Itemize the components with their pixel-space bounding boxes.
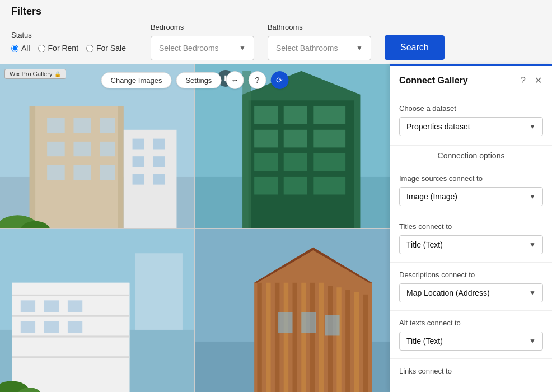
links-label: Links connect to bbox=[390, 359, 552, 380]
svg-rect-52 bbox=[68, 321, 82, 333]
svg-rect-43 bbox=[12, 294, 129, 296]
settings-button[interactable]: Settings bbox=[176, 72, 221, 88]
svg-rect-17 bbox=[153, 139, 165, 150]
bathrooms-label: Bathrooms bbox=[268, 23, 371, 31]
alt-texts-dropdown[interactable]: Title (Text) ▼ bbox=[399, 332, 543, 351]
svg-rect-26 bbox=[254, 106, 278, 124]
svg-rect-35 bbox=[254, 177, 278, 195]
status-rent-radio[interactable] bbox=[38, 45, 45, 52]
svg-rect-48 bbox=[44, 300, 59, 312]
svg-rect-12 bbox=[100, 165, 115, 180]
svg-rect-18 bbox=[133, 156, 144, 167]
bedrooms-chevron-icon: ▼ bbox=[239, 44, 246, 52]
alt-texts-chevron-icon: ▼ bbox=[529, 337, 536, 345]
descriptions-dropdown[interactable]: Map Location (Address) ▼ bbox=[399, 283, 543, 302]
svg-rect-8 bbox=[73, 142, 91, 156]
svg-rect-55 bbox=[135, 253, 183, 330]
svg-rect-66 bbox=[319, 282, 324, 392]
status-rent-option[interactable]: For Rent bbox=[38, 44, 78, 53]
svg-rect-33 bbox=[284, 153, 307, 171]
dataset-section: Choose a dataset Properties dataset ▼ bbox=[390, 95, 552, 146]
help-panel-icon[interactable]: ? bbox=[520, 74, 527, 87]
svg-rect-32 bbox=[254, 153, 278, 171]
svg-rect-61 bbox=[275, 282, 279, 392]
titles-row: Titles connect to Title (Text) ▼ bbox=[390, 214, 552, 263]
svg-rect-63 bbox=[293, 282, 297, 392]
svg-rect-59 bbox=[257, 282, 261, 392]
connection-options-button[interactable]: Connection options bbox=[390, 146, 552, 166]
svg-rect-69 bbox=[345, 290, 350, 392]
gallery-grid bbox=[0, 64, 390, 392]
titles-chevron-icon: ▼ bbox=[529, 241, 536, 249]
svg-rect-4 bbox=[47, 118, 65, 133]
image-sources-value: Image (Image) bbox=[406, 192, 457, 201]
svg-rect-7 bbox=[47, 142, 65, 156]
status-sale-option[interactable]: For Sale bbox=[86, 44, 126, 53]
status-sale-radio[interactable] bbox=[86, 45, 93, 52]
svg-rect-29 bbox=[254, 130, 278, 148]
status-all-option[interactable]: All bbox=[11, 44, 30, 53]
svg-rect-74 bbox=[325, 315, 339, 335]
alt-texts-row: Alt texts connect to Title (Text) ▼ bbox=[390, 311, 552, 359]
image-sources-row: Image sources connect to Image (Image) ▼ bbox=[390, 166, 552, 214]
image-sources-chevron-icon: ▼ bbox=[529, 193, 536, 200]
bathrooms-chevron-icon: ▼ bbox=[356, 44, 363, 52]
descriptions-row: Descriptions connect to Map Location (Ad… bbox=[390, 263, 552, 311]
svg-rect-15 bbox=[124, 130, 177, 228]
connect-panel: Connect Gallery ? ✕ Choose a dataset Pro… bbox=[390, 64, 552, 392]
panel-header: Connect Gallery ? ✕ bbox=[390, 66, 552, 95]
svg-rect-36 bbox=[284, 177, 307, 195]
titles-label: Titles connect to bbox=[399, 222, 543, 231]
svg-rect-70 bbox=[354, 292, 359, 392]
bathrooms-dropdown[interactable]: Select Bathrooms ▼ bbox=[268, 36, 371, 60]
alt-texts-value: Title (Text) bbox=[406, 337, 443, 346]
descriptions-chevron-icon: ▼ bbox=[529, 289, 536, 297]
dataset-dropdown[interactable]: Properties dataset ▼ bbox=[399, 117, 543, 136]
bedrooms-dropdown[interactable]: Select Bedrooms ▼ bbox=[151, 36, 254, 60]
gallery-label-text: Wix Pro Gallery bbox=[10, 71, 52, 77]
search-button[interactable]: Search bbox=[385, 35, 445, 60]
svg-rect-16 bbox=[133, 139, 144, 150]
dataset-value: Properties dataset bbox=[406, 122, 470, 131]
panel-header-icons: ? ✕ bbox=[520, 74, 543, 87]
svg-rect-72 bbox=[278, 312, 292, 333]
svg-rect-38 bbox=[242, 71, 251, 228]
bedrooms-placeholder: Select Bedrooms bbox=[159, 44, 219, 53]
panel-title: Connect Gallery bbox=[399, 76, 468, 86]
svg-rect-67 bbox=[328, 286, 333, 392]
close-panel-button[interactable]: ✕ bbox=[534, 74, 543, 87]
bedrooms-filter-group: Bedrooms Select Bedrooms ▼ bbox=[151, 23, 254, 60]
svg-rect-21 bbox=[153, 174, 165, 185]
svg-rect-9 bbox=[100, 142, 115, 156]
resize-icon[interactable]: ↔ bbox=[226, 71, 244, 89]
help-icon[interactable]: ? bbox=[248, 71, 266, 89]
svg-rect-27 bbox=[284, 106, 307, 124]
change-images-button[interactable]: Change Images bbox=[101, 72, 172, 88]
dataset-chevron-icon: ▼ bbox=[529, 123, 536, 130]
svg-rect-42 bbox=[12, 282, 129, 392]
svg-rect-44 bbox=[12, 315, 129, 316]
svg-rect-65 bbox=[310, 282, 315, 392]
svg-rect-50 bbox=[21, 321, 35, 333]
svg-rect-60 bbox=[266, 282, 270, 392]
svg-rect-46 bbox=[12, 356, 129, 358]
svg-rect-68 bbox=[336, 287, 341, 392]
connect-icon[interactable]: ⟳ bbox=[270, 71, 288, 89]
titles-dropdown[interactable]: Title (Text) ▼ bbox=[399, 235, 543, 254]
descriptions-label: Descriptions connect to bbox=[399, 270, 543, 279]
status-all-radio[interactable] bbox=[11, 45, 18, 52]
svg-rect-62 bbox=[284, 282, 288, 392]
svg-rect-73 bbox=[301, 312, 316, 333]
svg-rect-11 bbox=[73, 165, 91, 180]
image-sources-dropdown[interactable]: Image (Image) ▼ bbox=[399, 187, 543, 206]
svg-rect-49 bbox=[68, 300, 82, 312]
lock-icon: 🔒 bbox=[54, 71, 61, 77]
svg-rect-6 bbox=[100, 118, 115, 133]
gallery-cell-3 bbox=[0, 229, 194, 393]
descriptions-value: Map Location (Address) bbox=[406, 288, 490, 297]
filters-title: Filters bbox=[11, 6, 541, 17]
svg-rect-71 bbox=[363, 294, 368, 392]
svg-rect-19 bbox=[153, 156, 165, 167]
svg-rect-30 bbox=[284, 130, 307, 148]
bathrooms-filter-group: Bathrooms Select Bathrooms ▼ bbox=[268, 23, 371, 60]
